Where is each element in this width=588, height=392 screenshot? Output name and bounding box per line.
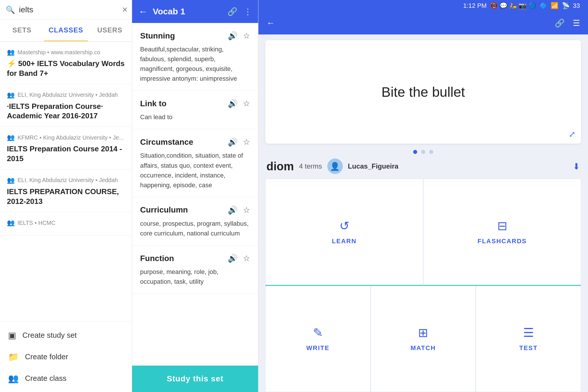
dot-3	[429, 150, 433, 154]
flashcards-label: FLASHCARDS	[477, 237, 527, 245]
vocab-definition: Can lead to	[140, 112, 250, 122]
author-name: Lucas_Figueira	[348, 162, 399, 170]
set-label: diom	[266, 160, 294, 173]
test-action[interactable]: ☰ TEST	[476, 286, 581, 392]
test-label: TEST	[519, 344, 537, 352]
group-icon: 👥	[7, 91, 15, 99]
sound-icon[interactable]: 🔊	[228, 99, 238, 108]
right-share-icon[interactable]: 🔗	[555, 18, 565, 28]
action-grid: ↺ LEARN ⊟ FLASHCARDS ✎ WRITE ⊞ MATCH ☰ T…	[258, 179, 588, 392]
status-bar: 1:12 PM 📵 💬 🛵 📷 🔵 🔷 📶 📡 33	[258, 0, 588, 11]
avatar: 👤	[327, 159, 343, 174]
results-list: 👥 Mastership • www.mastership.co ⚡ 500+ …	[0, 42, 132, 321]
result-item[interactable]: 👥 ELI, King Abdulaziz University • Jedda…	[0, 84, 132, 127]
share-icon[interactable]: 🔗	[227, 7, 237, 16]
back-button[interactable]: ←	[138, 6, 148, 17]
vocab-definition: Beautiful,spectacular, striking, fabulou…	[140, 45, 250, 84]
test-icon: ☰	[523, 326, 534, 340]
create-folder-label: Create folder	[25, 352, 68, 361]
result-item[interactable]: 👥 KFMRC • King Abdulaziz University • Je…	[0, 127, 132, 170]
learn-label: LEARN	[332, 237, 357, 245]
status-icons: 📵 💬 🛵 📷 🔵	[490, 2, 536, 9]
create-study-set-label: Create study set	[22, 331, 77, 340]
sound-icon[interactable]: 🔊	[228, 137, 238, 147]
more-options-icon[interactable]: ⋮	[244, 7, 252, 16]
result-meta-text: ELI, King Abdulaziz University • Jeddah	[18, 92, 118, 98]
create-study-set-button[interactable]: ▣ Create study set	[0, 325, 132, 346]
status-time: 1:12 PM	[463, 2, 487, 9]
match-action[interactable]: ⊞ MATCH	[371, 286, 476, 392]
study-set-icon: ▣	[8, 330, 16, 340]
sound-icon[interactable]: 🔊	[228, 205, 238, 215]
star-icon[interactable]: ☆	[243, 205, 250, 215]
create-class-button[interactable]: 👥 Create class	[0, 368, 132, 389]
learn-action[interactable]: ↺ LEARN	[265, 179, 423, 286]
match-label: MATCH	[411, 344, 436, 352]
vocab-definition: Situation,condition, situation, state of…	[140, 151, 250, 190]
vocab-word: Link to	[140, 99, 167, 108]
class-icon: 👥	[8, 373, 19, 383]
result-meta-text: Mastership • www.mastership.co	[18, 49, 100, 56]
vocab-card: Circumstance 🔊 ☆ Situation,condition, si…	[132, 129, 258, 197]
left-panel: 🔍 ✕ SETS CLASSES USERS 👥 Mastership • ww…	[0, 0, 132, 392]
bottom-actions: ▣ Create study set 📁 Create folder 👥 Cre…	[0, 321, 132, 392]
result-title: IELTS Preparation Course 2014 - 2015	[7, 144, 125, 164]
result-item[interactable]: 👥 ELI, King Abdulaziz University • Jedda…	[0, 170, 132, 213]
star-icon[interactable]: ☆	[243, 137, 250, 147]
star-icon[interactable]: ☆	[243, 31, 250, 40]
tab-classes[interactable]: CLASSES	[44, 20, 88, 41]
group-icon: 👥	[7, 134, 15, 141]
result-item[interactable]: 👥 IELTS • HCMC	[0, 212, 132, 235]
study-button[interactable]: Study this set	[132, 366, 258, 392]
vocab-word: Stunning	[140, 31, 175, 40]
vocab-card: Function 🔊 ☆ purpose, meaning, role, job…	[132, 246, 258, 294]
expand-icon[interactable]: ⤢	[569, 130, 575, 139]
create-class-label: Create class	[25, 374, 67, 383]
download-icon[interactable]: ⬇	[573, 161, 580, 171]
create-folder-button[interactable]: 📁 Create folder	[0, 346, 132, 368]
vocab-cards-list: Stunning 🔊 ☆ Beautiful,spectacular, stri…	[132, 23, 258, 366]
flashcard-area: Bite the bullet ⤢	[265, 40, 581, 144]
write-icon: ✎	[313, 326, 323, 340]
folder-icon: 📁	[8, 352, 19, 362]
result-meta-text: KFMRC • King Abdulaziz University • Je..…	[18, 134, 124, 141]
flashcards-icon: ⊟	[497, 219, 507, 233]
flashcard-text: Bite the bullet	[382, 84, 465, 100]
star-icon[interactable]: ☆	[243, 99, 250, 108]
battery-level: 33	[573, 2, 580, 9]
match-icon: ⊞	[418, 326, 428, 340]
right-header: ← 🔗 ☰	[258, 11, 588, 34]
wifi-icon: 📡	[562, 2, 570, 9]
result-title: ⚡ 500+ IELTS Vocabulary Words for Band 7…	[7, 59, 125, 78]
star-icon[interactable]: ☆	[243, 254, 250, 263]
dot-2	[421, 150, 425, 154]
close-icon[interactable]: ✕	[122, 5, 128, 14]
vocab-definition: course, prospectus, program, syllabus, c…	[140, 219, 250, 238]
vocab-word: Circumstance	[140, 138, 193, 147]
search-input[interactable]	[19, 5, 122, 14]
sound-icon[interactable]: 🔊	[228, 254, 238, 263]
flashcards-action[interactable]: ⊟ FLASHCARDS	[423, 179, 581, 286]
search-icon: 🔍	[6, 5, 15, 14]
sound-icon[interactable]: 🔊	[228, 31, 238, 40]
bluetooth-icon: 🔷	[539, 2, 547, 9]
tab-users[interactable]: USERS	[88, 20, 132, 41]
write-label: WRITE	[306, 344, 330, 352]
right-menu-icon[interactable]: ☰	[573, 18, 580, 28]
group-icon: 👥	[7, 219, 15, 227]
tab-sets[interactable]: SETS	[0, 20, 44, 41]
set-info: diom 4 terms 👤 Lucas_Figueira ⬇	[258, 159, 588, 179]
vocab-header: ← Vocab 1 🔗 ⋮	[132, 0, 258, 23]
group-icon: 👥	[7, 49, 15, 56]
vocab-word: Function	[140, 254, 174, 263]
vocab-definition: purpose, meaning, role, job, occupation,…	[140, 267, 250, 287]
vocab-card: Link to 🔊 ☆ Can lead to	[132, 91, 258, 129]
vocab-card: Curriculumn 🔊 ☆ course, prospectus, prog…	[132, 197, 258, 246]
result-item[interactable]: 👥 Mastership • www.mastership.co ⚡ 500+ …	[0, 42, 132, 84]
set-terms: 4 terms	[299, 162, 322, 170]
right-back-button[interactable]: ←	[266, 18, 275, 28]
write-action[interactable]: ✎ WRITE	[265, 286, 371, 392]
result-title: IELTS PREPARATION COURSE, 2012-2013	[7, 187, 125, 206]
result-title: ·IELTS Preparation Course· Academic Year…	[7, 102, 125, 121]
result-meta-text: ELI, King Abdulaziz University • Jeddah	[18, 177, 118, 184]
